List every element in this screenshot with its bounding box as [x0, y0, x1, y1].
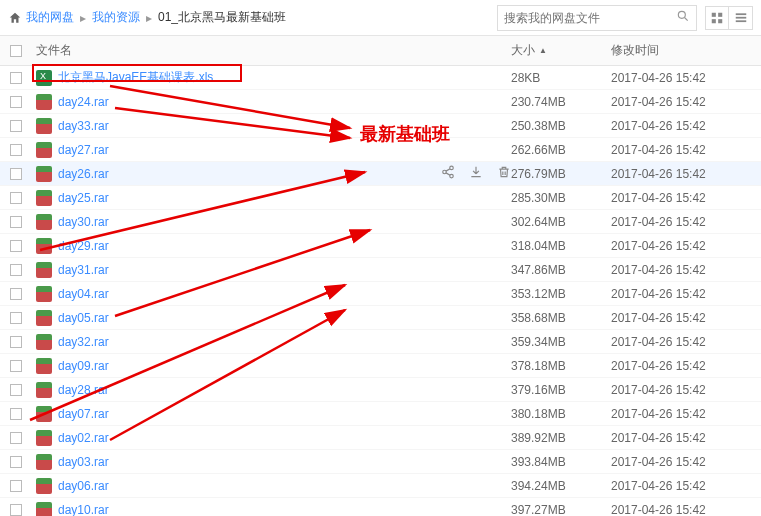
row-checkbox[interactable] [10, 456, 22, 468]
search-box[interactable] [497, 5, 697, 31]
rar-file-icon [36, 454, 52, 470]
table-row[interactable]: day32.rar 359.34MB 2017-04-26 15:42 [0, 330, 761, 354]
rar-file-icon [36, 166, 52, 182]
row-checkbox[interactable] [10, 336, 22, 348]
table-row[interactable]: day06.rar 394.24MB 2017-04-26 15:42 [0, 474, 761, 498]
table-row[interactable]: day29.rar 318.04MB 2017-04-26 15:42 [0, 234, 761, 258]
table-row[interactable]: day30.rar 302.64MB 2017-04-26 15:42 [0, 210, 761, 234]
file-name[interactable]: day10.rar [58, 503, 511, 517]
row-checkbox[interactable] [10, 72, 22, 84]
row-checkbox[interactable] [10, 144, 22, 156]
search-input[interactable] [504, 11, 676, 25]
row-checkbox[interactable] [10, 168, 22, 180]
row-checkbox[interactable] [10, 192, 22, 204]
file-name[interactable]: day09.rar [58, 359, 511, 373]
rar-file-icon [36, 94, 52, 110]
file-size: 28KB [511, 71, 611, 85]
file-name[interactable]: day06.rar [58, 479, 511, 493]
select-all-checkbox[interactable] [10, 45, 22, 57]
row-actions [441, 165, 511, 182]
row-checkbox[interactable] [10, 240, 22, 252]
table-row[interactable]: day24.rar 230.74MB 2017-04-26 15:42 [0, 90, 761, 114]
row-checkbox[interactable] [10, 408, 22, 420]
row-checkbox[interactable] [10, 360, 22, 372]
row-checkbox[interactable] [10, 312, 22, 324]
table-row[interactable]: day26.rar 276.79MB 2017-04-26 15:42 [0, 162, 761, 186]
file-name[interactable]: day32.rar [58, 335, 511, 349]
grid-icon [710, 11, 724, 25]
row-checkbox[interactable] [10, 288, 22, 300]
table-row[interactable]: day04.rar 353.12MB 2017-04-26 15:42 [0, 282, 761, 306]
file-time: 2017-04-26 15:42 [611, 359, 751, 373]
file-name[interactable]: day05.rar [58, 311, 511, 325]
file-name[interactable]: day29.rar [58, 239, 511, 253]
row-checkbox[interactable] [10, 480, 22, 492]
svg-rect-4 [712, 19, 716, 23]
file-time: 2017-04-26 15:42 [611, 335, 751, 349]
file-time: 2017-04-26 15:42 [611, 455, 751, 469]
file-name[interactable]: day31.rar [58, 263, 511, 277]
file-name[interactable]: 北京黑马JavaEE基础课表.xls [58, 69, 511, 86]
file-time: 2017-04-26 15:42 [611, 143, 751, 157]
row-checkbox[interactable] [10, 504, 22, 516]
svg-rect-8 [735, 20, 746, 22]
row-checkbox[interactable] [10, 216, 22, 228]
file-size: 397.27MB [511, 503, 611, 517]
delete-icon[interactable] [497, 165, 511, 182]
table-row[interactable]: day25.rar 285.30MB 2017-04-26 15:42 [0, 186, 761, 210]
header-name[interactable]: 文件名 [30, 42, 511, 59]
file-time: 2017-04-26 15:42 [611, 167, 751, 181]
view-grid-button[interactable] [705, 6, 729, 30]
file-name[interactable]: day33.rar [58, 119, 511, 133]
row-checkbox[interactable] [10, 384, 22, 396]
file-size: 250.38MB [511, 119, 611, 133]
sort-asc-icon: ▲ [539, 46, 547, 55]
table-row[interactable]: day03.rar 393.84MB 2017-04-26 15:42 [0, 450, 761, 474]
table-row[interactable]: day28.rar 379.16MB 2017-04-26 15:42 [0, 378, 761, 402]
file-size: 276.79MB [511, 167, 611, 181]
table-row[interactable]: day05.rar 358.68MB 2017-04-26 15:42 [0, 306, 761, 330]
file-name[interactable]: day27.rar [58, 143, 511, 157]
table-row[interactable]: day27.rar 262.66MB 2017-04-26 15:42 [0, 138, 761, 162]
file-time: 2017-04-26 15:42 [611, 431, 751, 445]
file-name[interactable]: day24.rar [58, 95, 511, 109]
file-size: 358.68MB [511, 311, 611, 325]
chevron-right-icon: ▸ [146, 11, 152, 25]
header-time[interactable]: 修改时间 [611, 42, 751, 59]
table-row[interactable]: day02.rar 389.92MB 2017-04-26 15:42 [0, 426, 761, 450]
breadcrumb-item[interactable]: 我的资源 [92, 9, 140, 26]
file-time: 2017-04-26 15:42 [611, 95, 751, 109]
file-name[interactable]: day28.rar [58, 383, 511, 397]
row-checkbox[interactable] [10, 96, 22, 108]
file-name[interactable]: day25.rar [58, 191, 511, 205]
row-checkbox[interactable] [10, 432, 22, 444]
search-icon[interactable] [676, 9, 690, 26]
download-icon[interactable] [469, 165, 483, 182]
svg-rect-6 [735, 13, 746, 15]
file-size: 353.12MB [511, 287, 611, 301]
svg-rect-2 [712, 12, 716, 16]
table-row[interactable]: 北京黑马JavaEE基础课表.xls 28KB 2017-04-26 15:42 [0, 66, 761, 90]
table-row[interactable]: day09.rar 378.18MB 2017-04-26 15:42 [0, 354, 761, 378]
file-name[interactable]: day02.rar [58, 431, 511, 445]
file-time: 2017-04-26 15:42 [611, 263, 751, 277]
view-list-button[interactable] [729, 6, 753, 30]
rar-file-icon [36, 286, 52, 302]
table-row[interactable]: day07.rar 380.18MB 2017-04-26 15:42 [0, 402, 761, 426]
rar-file-icon [36, 190, 52, 206]
breadcrumb-home[interactable]: 我的网盘 [8, 9, 74, 26]
rar-file-icon [36, 382, 52, 398]
rar-file-icon [36, 310, 52, 326]
table-row[interactable]: day31.rar 347.86MB 2017-04-26 15:42 [0, 258, 761, 282]
share-icon[interactable] [441, 165, 455, 182]
row-checkbox[interactable] [10, 264, 22, 276]
table-row[interactable]: day10.rar 397.27MB 2017-04-26 15:42 [0, 498, 761, 516]
row-checkbox[interactable] [10, 120, 22, 132]
file-name[interactable]: day03.rar [58, 455, 511, 469]
file-name[interactable]: day30.rar [58, 215, 511, 229]
table-row[interactable]: day33.rar 250.38MB 2017-04-26 15:42 [0, 114, 761, 138]
header-size[interactable]: 大小 ▲ [511, 42, 611, 59]
svg-rect-7 [735, 16, 746, 18]
file-name[interactable]: day04.rar [58, 287, 511, 301]
file-name[interactable]: day07.rar [58, 407, 511, 421]
